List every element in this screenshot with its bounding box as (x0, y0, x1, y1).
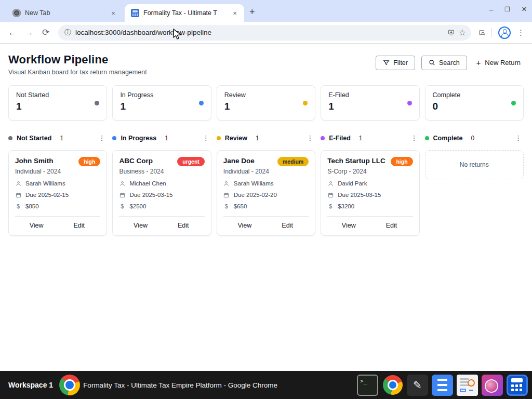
assignee: Sarah Williams (25, 180, 65, 187)
close-window-icon[interactable]: × (522, 4, 527, 15)
minimize-window-icon[interactable]: – (489, 5, 494, 14)
back-icon[interactable]: ← (5, 25, 20, 40)
assignee: Sarah Williams (234, 180, 274, 187)
edit-button[interactable]: Edit (58, 222, 100, 229)
column-menu-icon[interactable]: ⋮ (513, 134, 524, 142)
workspace-label[interactable]: Workspace 1 (4, 381, 57, 389)
close-tab-icon[interactable]: × (109, 9, 117, 17)
new-tab-button[interactable]: + (249, 7, 255, 18)
text-editor-icon[interactable]: ✎ (407, 375, 428, 396)
return-card[interactable]: Tech Startup LLC high S-Corp - 2024 Davi… (321, 150, 419, 236)
kanban-column-in-progress: In Progress 1 ⋮ ABC Corp urgent Business… (112, 134, 211, 236)
profile-avatar[interactable] (498, 26, 511, 39)
tab-title: New Tab (25, 9, 105, 17)
filter-button[interactable]: Filter (376, 56, 415, 70)
due-date: Due 2025-02-20 (234, 192, 277, 198)
view-button[interactable]: View (223, 222, 266, 229)
person-icon (15, 181, 21, 187)
dollar-icon: $ (327, 203, 334, 209)
dollar-icon: $ (223, 203, 230, 209)
view-button[interactable]: View (119, 222, 162, 229)
status-dot (95, 101, 99, 105)
kanban-column-not-started: Not Started 1 ⋮ John Smith high Individu… (8, 134, 107, 236)
client-name: Jane Doe (223, 157, 255, 165)
column-menu-icon[interactable]: ⋮ (409, 134, 420, 142)
new-return-button[interactable]: + New Return (473, 55, 524, 70)
calculator-favicon-icon (131, 9, 139, 17)
document-viewer-icon[interactable] (457, 375, 478, 396)
stat-label: In Progress (120, 91, 153, 99)
priority-badge: medium (277, 157, 309, 166)
return-type: Individual - 2024 (15, 168, 100, 175)
forward-icon[interactable]: → (22, 25, 36, 40)
bookmark-star-icon[interactable]: ☆ (459, 28, 466, 37)
mouse-cursor (173, 29, 182, 40)
amount: $2500 (129, 203, 146, 209)
stat-label: Complete (433, 91, 461, 99)
stat-card-e-filed: E-Filed 1 (321, 85, 419, 121)
taskbar-window-chrome[interactable]: Formality Tax - Ultimate Tax Empire Plat… (59, 375, 357, 395)
edit-button[interactable]: Edit (162, 222, 205, 229)
empty-column-placeholder: No returns (425, 150, 524, 179)
calculator-icon[interactable] (507, 375, 528, 396)
assignee: David Park (338, 180, 367, 187)
kanban-column-review: Review 1 ⋮ Jane Doe medium Individual - … (217, 134, 315, 236)
stat-label: Not Started (16, 91, 49, 99)
column-count: 1 (60, 135, 92, 142)
column-name: Review (225, 135, 247, 142)
column-name: Not Started (17, 135, 51, 142)
stat-value: 1 (16, 101, 49, 112)
browser-toolbar: ← → ⟳ ⓘ localhost:3000/dashboard/workflo… (0, 22, 532, 44)
dollar-icon: $ (15, 203, 21, 209)
maximize-window-icon[interactable]: ❐ (504, 6, 510, 13)
chrome-launcher-icon[interactable] (382, 375, 403, 396)
return-card[interactable]: John Smith high Individual - 2024 Sarah … (8, 150, 107, 236)
reload-icon[interactable]: ⟳ (38, 25, 53, 40)
stat-card-complete: Complete 0 (425, 85, 524, 121)
kanban-column-complete: Complete 0 ⋮ No returns (425, 134, 524, 236)
column-dot (112, 136, 116, 140)
column-menu-icon[interactable]: ⋮ (96, 134, 107, 142)
tab-title: Formality Tax - Ultimate T (143, 9, 227, 17)
tab-formality-tax[interactable]: Formality Tax - Ultimate T × (125, 4, 244, 22)
tab-new-tab[interactable]: New Tab × (6, 4, 123, 22)
install-app-icon[interactable] (448, 29, 455, 36)
address-bar[interactable]: ⓘ localhost:3000/dashboard/workflow-pipe… (58, 25, 471, 41)
client-name: ABC Corp (119, 157, 153, 165)
client-name: John Smith (15, 157, 54, 165)
client-name: Tech Startup LLC (327, 157, 385, 165)
terminal-icon[interactable]: >_ (357, 375, 378, 396)
close-tab-icon[interactable]: × (231, 9, 239, 17)
url-text[interactable]: localhost:3000/dashboard/workflow-pipeli… (75, 29, 444, 36)
assignee: Michael Chen (129, 180, 166, 187)
image-viewer-icon[interactable] (482, 375, 503, 396)
return-type: Individual - 2024 (223, 168, 309, 175)
kanban-column-e-filed: E-Filed 1 ⋮ Tech Startup LLC high S-Corp… (321, 134, 419, 236)
edit-button[interactable]: Edit (266, 222, 309, 229)
priority-badge: high (391, 157, 413, 166)
status-dot (407, 101, 412, 105)
amount: $850 (25, 203, 39, 209)
dollar-icon: $ (119, 203, 125, 209)
person-icon (327, 181, 334, 187)
search-button[interactable]: Search (421, 56, 467, 70)
edit-button[interactable]: Edit (370, 222, 413, 229)
status-dot (303, 101, 308, 105)
view-button[interactable]: View (327, 222, 370, 229)
column-name: In Progress (121, 135, 156, 142)
priority-badge: high (78, 157, 100, 166)
page-info-icon[interactable]: ⓘ (64, 28, 71, 37)
chrome-menu-icon[interactable]: ⋮ (517, 28, 525, 37)
return-card[interactable]: Jane Doe medium Individual - 2024 Sarah … (217, 150, 315, 236)
kanban-board: Not Started 1 ⋮ John Smith high Individu… (8, 134, 524, 236)
return-card[interactable]: ABC Corp urgent Business - 2024 Michael … (112, 150, 211, 236)
column-menu-icon[interactable]: ⋮ (304, 134, 315, 142)
column-dot (8, 136, 12, 140)
column-menu-icon[interactable]: ⋮ (201, 134, 211, 142)
stat-card-not-started: Not Started 1 (8, 85, 107, 121)
file-cabinet-icon[interactable] (432, 375, 453, 396)
view-button[interactable]: View (15, 222, 58, 229)
side-panel-search-icon[interactable] (478, 29, 485, 36)
browser-tabstrip: New Tab × Formality Tax - Ultimate T × +… (0, 0, 532, 22)
column-dot (217, 136, 221, 140)
